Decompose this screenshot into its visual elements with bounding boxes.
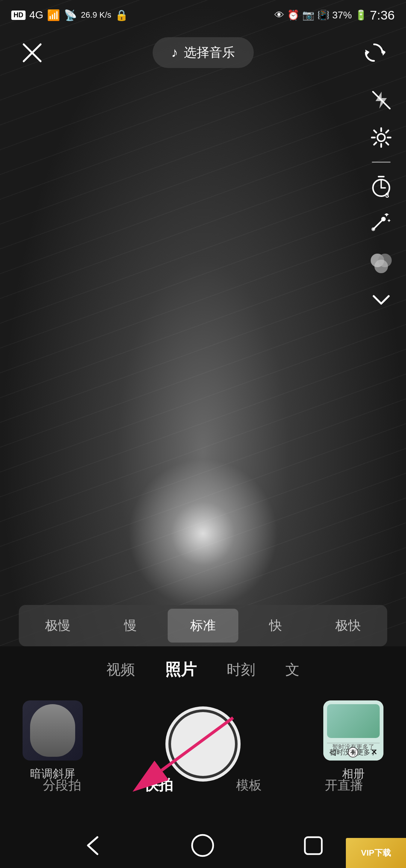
- time-display: 7:36: [370, 8, 395, 23]
- wifi-icon: 📡: [64, 9, 77, 21]
- mode-moment[interactable]: 时刻: [223, 656, 259, 683]
- svg-point-20: [374, 260, 388, 273]
- mode-text[interactable]: 文: [282, 656, 303, 683]
- vibrate-icon: 📳: [317, 9, 329, 21]
- tab-segment-shoot[interactable]: 分段拍: [35, 771, 89, 800]
- wifi-speed: 26.9 K/s: [81, 10, 111, 20]
- settings-button[interactable]: [368, 124, 395, 151]
- svg-marker-2: [382, 49, 385, 55]
- speed-tabs-container: 极慢 慢 标准 快 极快: [19, 605, 387, 646]
- gallery-image: [23, 700, 83, 761]
- mode-bar: 视频 照片 时刻 文: [0, 655, 406, 684]
- album-image: 暂时没有更多了 ◁ + ✕: [323, 700, 383, 761]
- svg-text:3: 3: [385, 192, 389, 198]
- mode-photo[interactable]: 照片: [161, 655, 200, 684]
- speed-tab-normal[interactable]: 标准: [168, 609, 238, 643]
- more-button[interactable]: [368, 286, 395, 313]
- music-icon: ♪: [171, 45, 178, 60]
- tab-quick-shoot[interactable]: 快拍: [137, 770, 180, 800]
- alarm-icon: ⏰: [287, 9, 299, 21]
- svg-text:✦: ✦: [387, 218, 391, 224]
- signal-bars-icon: 📶: [47, 9, 60, 21]
- back-nav-button[interactable]: [78, 830, 108, 860]
- svg-rect-24: [305, 837, 322, 854]
- music-label: 选择音乐: [184, 44, 235, 61]
- mode-video[interactable]: 视频: [103, 656, 139, 683]
- album-thumbnail[interactable]: 暂时没有更多了 ◁ + ✕ 相册: [323, 700, 383, 782]
- flash-off-button[interactable]: [368, 86, 395, 113]
- speed-tab-slow[interactable]: 慢: [95, 609, 166, 643]
- top-bar: ♪ 选择音乐: [0, 30, 406, 75]
- vip-watermark: VIP下载: [346, 838, 406, 868]
- camera-viewfinder: [0, 0, 406, 646]
- speed-tab-very-slow[interactable]: 极慢: [23, 609, 93, 643]
- battery-icon: 🔋: [355, 9, 367, 21]
- close-button[interactable]: [19, 39, 45, 66]
- right-toolbar: 3 ✦ ✦ ·: [368, 86, 395, 313]
- signal-4g: 4G: [29, 9, 43, 21]
- home-nav-button[interactable]: [188, 830, 218, 860]
- speed-tab-very-fast[interactable]: 极快: [313, 609, 383, 643]
- tab-live[interactable]: 开直播: [317, 771, 371, 800]
- select-music-button[interactable]: ♪ 选择音乐: [153, 37, 254, 68]
- toolbar-divider: [372, 162, 391, 163]
- svg-marker-5: [376, 92, 387, 109]
- effects-button[interactable]: ✦ ✦ ·: [368, 211, 395, 238]
- tab-template[interactable]: 模板: [229, 771, 269, 800]
- svg-point-14: [371, 227, 375, 231]
- svg-point-23: [192, 835, 213, 856]
- camera-icon: 📷: [302, 9, 314, 21]
- nav-bar: [0, 830, 406, 860]
- flip-camera-button[interactable]: [361, 39, 387, 66]
- eye-icon: 👁: [274, 9, 284, 21]
- status-right: 👁 ⏰ 📷 📳 37% 🔋 7:36: [274, 8, 395, 23]
- status-left: HD 4G 📶 📡 26.9 K/s 🔒: [11, 9, 128, 21]
- recent-nav-button[interactable]: [298, 830, 328, 860]
- color-adjust-button[interactable]: [368, 248, 395, 275]
- status-bar: HD 4G 📶 📡 26.9 K/s 🔒 👁 ⏰ 📷 📳 37% 🔋 7:36: [0, 0, 406, 30]
- svg-point-6: [377, 134, 385, 141]
- speed-tab-fast[interactable]: 快: [240, 609, 311, 643]
- gallery-thumbnail[interactable]: 暗调斜屏: [23, 700, 83, 782]
- hd-badge: HD: [11, 11, 26, 20]
- shutter-inner: [171, 712, 235, 776]
- speed-selector: 极慢 慢 标准 快 极快: [19, 605, 387, 646]
- battery-percent: 37%: [332, 9, 352, 21]
- svg-text:·: ·: [385, 213, 386, 217]
- bottom-tabs: 分段拍 快拍 模板 开直播: [0, 770, 406, 800]
- timer-button[interactable]: 3: [368, 173, 395, 200]
- vip-label: VIP下载: [361, 847, 391, 859]
- screen-off-icon: 🔒: [115, 9, 128, 21]
